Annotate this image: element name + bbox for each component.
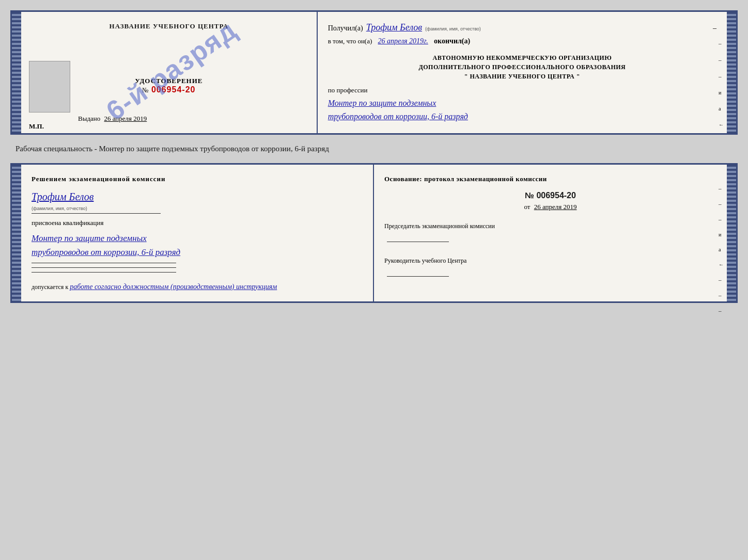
cert-number: 006954-20 [151, 85, 196, 94]
br-arrow: ← [719, 262, 724, 267]
vydano-date: 26 апреля 2019 [104, 115, 147, 122]
rukovoditel-signature-line [387, 276, 449, 277]
org-line3: " НАЗВАНИЕ УЧЕБНОГО ЦЕНТРА " [328, 72, 716, 81]
vydano-line: Выдано 26 апреля 2019 [78, 115, 147, 123]
recipient-name: Трофим Белов [366, 22, 422, 33]
dash-r3: – [719, 73, 724, 79]
a-label: а [719, 106, 724, 111]
org-name-block: АВТОНОМНУЮ НЕКОММЕРЧЕСКУЮ ОРГАНИЗАЦИЮ ДО… [328, 53, 716, 81]
profession-line1: Монтер по защите подземных [328, 97, 716, 110]
dash1: – [713, 24, 716, 33]
page-wrapper: НАЗВАНИЕ УЧЕБНОГО ЦЕНТРА 6-й разряд УДОС… [10, 10, 738, 303]
br-dash5: – [719, 292, 724, 298]
diagonal-stamp: 6-й разряд [32, 27, 311, 113]
poluchil-line: Получил(а) Трофим Белов (фамилия, имя, о… [328, 22, 716, 33]
udostoverenie-block: УДОСТОВЕРЕНИЕ № 006954-20 [135, 77, 202, 94]
certificate-top: НАЗВАНИЕ УЧЕБНОГО ЦЕНТРА 6-й разряд УДОС… [10, 10, 738, 135]
cert-left-panel: НАЗВАНИЕ УЧЕБНОГО ЦЕНТРА 6-й разряд УДОС… [21, 12, 318, 133]
number-prefix: № [142, 86, 149, 94]
dopuskaetsya-label: допускается к [32, 283, 68, 291]
protokol-number-block: № 006954-20 [384, 191, 716, 200]
ot-date: 26 апреля 2019 [534, 203, 577, 211]
predsedatel-signature-line [387, 242, 449, 242]
bottom-fio-small: (фамилия, имя, отчество) [32, 206, 87, 211]
dash-r2: – [719, 57, 724, 63]
org-line1: АВТОНОМНУЮ НЕКОММЕРЧЕСКУЮ ОРГАНИЗАЦИЮ [328, 53, 716, 62]
cert-left-title: НАЗВАНИЕ УЧЕБНОГО ЦЕНТРА [110, 22, 229, 30]
okochil-label: окончил(а) [434, 37, 470, 45]
bottom-right-dashes: – – – и а ← – – – [719, 185, 724, 314]
udostoverenie-label: УДОСТОВЕРЕНИЕ [135, 77, 202, 85]
border-decoration-bottom-left [12, 165, 21, 301]
br-dash3: – [719, 216, 724, 222]
mp-line: М.П. [29, 122, 44, 131]
predsedatel-block: Председатель экзаменационной комиссии [384, 221, 716, 245]
po-professii-label: по профессии [328, 86, 716, 94]
cert-right-panel: Получил(а) Трофим Белов (фамилия, имя, о… [318, 12, 727, 133]
vtom-label: в том, что он(а) [328, 37, 372, 45]
profession-field: Монтер по защите подземных трубопроводов… [328, 97, 716, 123]
bottom-right-panel: Основание: протокол экзаменационной коми… [374, 165, 727, 301]
dopuskaetsya-block: допускается к работе согласно должностны… [32, 283, 363, 291]
fio-small-label: (фамилия, имя, отчество) [425, 26, 481, 31]
arrow-label: ← [719, 122, 724, 127]
bottom-profession-line1: Монтер по защите подземных [32, 231, 363, 245]
vtom-line: в том, что он(а) 26 апреля 2019г. окончи… [328, 37, 716, 45]
poluchil-label: Получил(а) [328, 24, 363, 33]
vtom-date: 26 апреля 2019г. [378, 37, 428, 45]
dopuskaetsya-text: работе согласно должностным (производств… [70, 283, 277, 291]
certificate-bottom: Решением экзаменационной комиссии Трофим… [10, 163, 738, 302]
bottom-name-block: Трофим Белов (фамилия, имя, отчество) [32, 191, 363, 214]
profession-line2: трубопроводов от коррозии, 6-й разряд [328, 110, 716, 123]
bottom-left-panel: Решением экзаменационной комиссии Трофим… [21, 165, 374, 301]
org-line2: ДОПОЛНИТЕЛЬНОГО ПРОФЕССИОНАЛЬНОГО ОБРАЗО… [328, 62, 716, 72]
protokol-number-prefix: № [525, 191, 534, 200]
resheniem-title: Решением экзаменационной комиссии [32, 175, 363, 183]
border-decoration-right [727, 12, 736, 133]
bottom-profession-line2: трубопроводов от коррозии, 6-й разряд [32, 245, 363, 259]
bottom-inner: Решением экзаменационной комиссии Трофим… [21, 165, 727, 301]
rukovoditel-label: Руководитель учебного Центра [384, 256, 716, 266]
rukovoditel-block: Руководитель учебного Центра [384, 256, 716, 280]
i-label: и [719, 90, 724, 95]
ot-prefix: от [524, 203, 530, 211]
predsedatel-label: Председатель экзаменационной комиссии [384, 221, 716, 231]
stamp-text: 6-й разряд [100, 14, 242, 126]
dash-r1: – [719, 40, 724, 46]
br-i: и [719, 232, 724, 237]
photo-placeholder [29, 61, 70, 113]
bottom-recipient-name: Трофим Белов [32, 191, 93, 202]
br-dash6: – [719, 308, 724, 314]
br-dash4: – [719, 277, 724, 283]
br-dash2: – [719, 201, 724, 207]
osnovanie-title: Основание: протокол экзаменационной коми… [384, 175, 716, 183]
br-a: а [719, 247, 724, 252]
ot-date-block: от 26 апреля 2019 [384, 203, 716, 211]
border-decoration-left [12, 12, 21, 133]
middle-text: Рабочая специальность - Монтер по защите… [10, 141, 738, 157]
right-side-labels: – – – и а ← – – – [719, 40, 724, 135]
prisvoena-label: присвоена квалификация [32, 219, 363, 227]
protokol-number: 006954-20 [536, 191, 576, 200]
bottom-profession: Монтер по защите подземных трубопроводов… [32, 231, 363, 259]
border-decoration-bottom-right [727, 165, 736, 301]
vydano-label: Выдано [78, 115, 100, 122]
cert-inner-top: НАЗВАНИЕ УЧЕБНОГО ЦЕНТРА 6-й разряд УДОС… [21, 12, 727, 133]
br-dash1: – [719, 185, 724, 191]
